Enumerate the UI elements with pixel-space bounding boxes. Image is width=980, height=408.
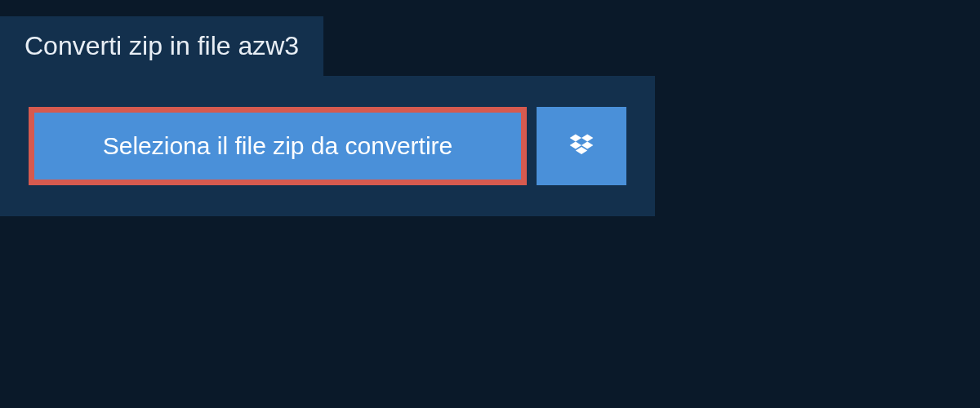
tab-container: Converti zip in file azw3: [0, 16, 980, 76]
converter-panel: Seleziona il file zip da convertire: [0, 76, 655, 216]
button-row: Seleziona il file zip da convertire: [29, 107, 626, 185]
dropbox-icon: [567, 131, 596, 161]
select-file-button[interactable]: Seleziona il file zip da convertire: [29, 107, 527, 185]
tab-converter[interactable]: Converti zip in file azw3: [0, 16, 323, 76]
select-file-label: Seleziona il file zip da convertire: [103, 132, 453, 160]
tab-title: Converti zip in file azw3: [24, 31, 299, 60]
dropbox-button[interactable]: [537, 107, 626, 185]
